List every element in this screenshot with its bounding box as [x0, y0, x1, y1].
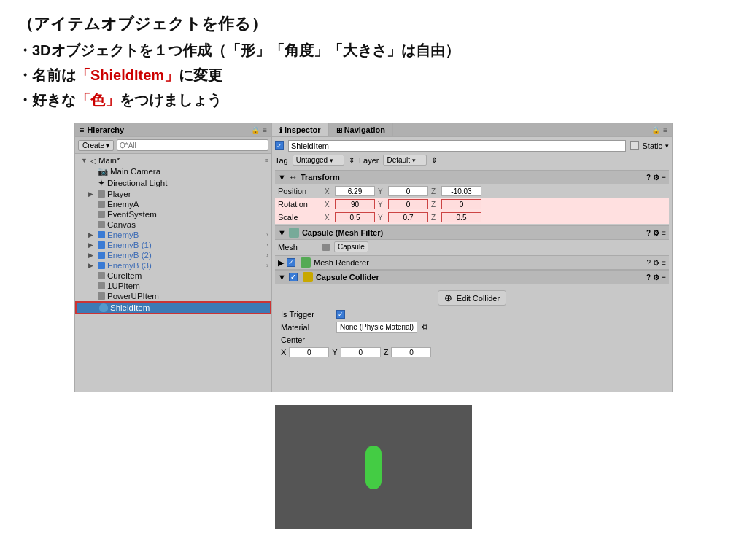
scale-label: Scale — [278, 213, 322, 222]
hierarchy-panel: ≡ Hierarchy 🔒 ≡ Create ▾ ▼ ◁ Main* ≡ — [75, 123, 272, 392]
scale-y[interactable] — [388, 212, 428, 222]
x-axis-scale: X — [325, 214, 332, 222]
transform-icon: ↔ — [289, 172, 298, 182]
item-label: ShieldItem — [110, 303, 150, 312]
rotation-x[interactable] — [335, 199, 375, 209]
hierarchy-item-eventsystem[interactable]: EventSystem — [75, 209, 271, 219]
collider-title: Capsule Collider — [316, 273, 379, 281]
active-checkbox[interactable]: ✓ — [275, 141, 284, 150]
hierarchy-item-canvas[interactable]: Canvas — [75, 219, 271, 230]
scale-x[interactable] — [335, 212, 375, 222]
layer-dropdown[interactable]: Default — [383, 155, 426, 166]
center-label-row: Center — [278, 334, 666, 346]
game-view — [275, 405, 472, 529]
material-row: Material None (Physic Material) ⚙ — [278, 320, 666, 334]
menu-icon: ≡ — [263, 126, 267, 134]
player-icon — [98, 190, 105, 198]
rotation-label: Rotation — [278, 200, 322, 209]
hierarchy-item-1upitem[interactable]: 1UPItem — [75, 281, 271, 291]
create-button[interactable]: Create ▾ — [78, 140, 114, 151]
hierarchy-icon: ≡ — [80, 125, 84, 134]
navigation-icon: ⊞ — [336, 126, 342, 134]
y-axis-scale: Y — [378, 214, 385, 222]
tab-navigation[interactable]: ⊞ Navigation — [329, 123, 393, 136]
hierarchy-item-enemyb1[interactable]: ▶ EnemyB (1) › — [75, 240, 271, 250]
hierarchy-item-enemyb3[interactable]: ▶ EnemyB (3) › — [75, 260, 271, 271]
collider-checkbox[interactable]: ✓ — [289, 273, 298, 281]
tag-layer-row: Tag Untagged ⇕ Layer Default ⇕ — [275, 155, 669, 166]
inspector-name-row: ✓ Static ▾ — [275, 140, 669, 152]
hierarchy-item-enemya[interactable]: EnemyA — [75, 199, 271, 209]
hierarchy-item-enemyb2[interactable]: ▶ EnemyB (2) › — [75, 250, 271, 260]
center-x-label: X — [281, 348, 286, 357]
tag-dropdown[interactable]: Untagged — [293, 155, 344, 166]
center-z[interactable] — [391, 347, 431, 357]
hierarchy-item-maincamera[interactable]: 📷 Main Camera — [75, 166, 271, 177]
rotation-y[interactable] — [388, 199, 428, 209]
center-z-label: Z — [384, 348, 389, 357]
right-arrow: › — [266, 241, 268, 249]
inspector-tab-label: Inspector — [285, 125, 321, 134]
rotation-z[interactable] — [441, 199, 481, 209]
is-trigger-checkbox[interactable]: ✓ — [336, 310, 345, 319]
edit-collider-button[interactable]: ⊕ Edit Collider — [438, 290, 506, 306]
mesh-label: Mesh — [278, 243, 318, 252]
renderer-header-icons: ? ⚙ ≡ — [647, 259, 666, 267]
enemyb1-icon — [98, 241, 105, 249]
renderer-checkbox[interactable]: ✓ — [287, 258, 295, 267]
tab-inspector[interactable]: ℹ Inspector — [272, 123, 329, 136]
hierarchy-header-title: ≡ Hierarchy — [80, 125, 124, 134]
object-name-field[interactable] — [288, 140, 626, 152]
hierarchy-item-shielditem[interactable]: ShieldItem — [75, 301, 271, 314]
hierarchy-item-cureitem[interactable]: CureItem — [75, 271, 271, 281]
hierarchy-header-icons: 🔒 ≡ — [251, 126, 267, 134]
center-x[interactable] — [289, 347, 329, 357]
expand-icon: ▼ — [81, 157, 88, 164]
hierarchy-header: ≡ Hierarchy 🔒 ≡ — [75, 123, 271, 137]
hierarchy-search[interactable] — [117, 139, 268, 151]
item-label: Player — [107, 190, 131, 198]
mesh-icon-small — [322, 244, 330, 251]
mesh-filter-title: Capsule (Mesh Filter) — [302, 228, 383, 237]
intro-bullet1: ・3Dオブジェクトを１つ作成（「形」「角度」「大きさ」は自由） — [18, 39, 729, 61]
position-y[interactable] — [388, 186, 428, 196]
item-label: EnemyB — [107, 230, 139, 239]
eventsystem-icon — [98, 211, 105, 218]
navigation-tab-label: Navigation — [344, 125, 385, 134]
z-axis-rot: Z — [431, 201, 438, 209]
is-trigger-row: Is Trigger ✓ — [278, 308, 666, 320]
transform-settings-icon: ⚙ — [653, 174, 659, 182]
center-label: Center — [281, 335, 332, 344]
light-icon: ✦ — [98, 178, 105, 188]
expand-icon: ▶ — [88, 252, 96, 259]
hierarchy-item-dirlight[interactable]: ✦ Directional Light — [75, 177, 271, 189]
hierarchy-item-powerupitem[interactable]: PowerUPItem — [75, 291, 271, 301]
collider-body: ⊕ Edit Collider Is Trigger ✓ Material No… — [275, 284, 669, 362]
x-axis-rot: X — [325, 201, 332, 209]
1upitem-icon — [98, 282, 105, 289]
position-z[interactable] — [441, 186, 481, 196]
center-y[interactable] — [341, 347, 381, 357]
hierarchy-item-player[interactable]: ▶ Player — [75, 189, 271, 199]
static-checkbox[interactable] — [630, 141, 639, 150]
collider-expand: ▼ — [278, 273, 286, 281]
bullet3-quote: 「色」 — [76, 92, 120, 108]
scale-row: Scale X Y Z — [275, 211, 669, 224]
intro-section: （アイテムオブジェクトを作る） ・3Dオブジェクトを１つ作成（「形」「角度」「大… — [18, 13, 729, 111]
create-arrow: ▾ — [106, 141, 109, 149]
hierarchy-item-main[interactable]: ▼ ◁ Main* ≡ — [75, 155, 271, 166]
layer-label: Layer — [359, 156, 379, 165]
item-label: Canvas — [107, 220, 136, 229]
mesh-value: Capsule — [334, 241, 368, 252]
position-x[interactable] — [335, 186, 375, 196]
mesh-filter-header-icons: ? ⚙ ≡ — [646, 229, 666, 237]
hierarchy-item-enemyb[interactable]: ▶ EnemyB › — [75, 230, 271, 240]
scale-z[interactable] — [441, 212, 481, 222]
inspector-tab-icons: 🔒 ≡ — [651, 126, 672, 134]
is-trigger-label: Is Trigger — [281, 310, 332, 319]
renderer-title: Mesh Renderer — [314, 258, 369, 267]
right-arrow: › — [266, 231, 268, 238]
hierarchy-list: ▼ ◁ Main* ≡ 📷 Main Camera ✦ Directional … — [75, 154, 271, 392]
transform-menu-icon: ≡ — [662, 174, 666, 182]
mesh-expand: ▼ — [278, 228, 286, 237]
